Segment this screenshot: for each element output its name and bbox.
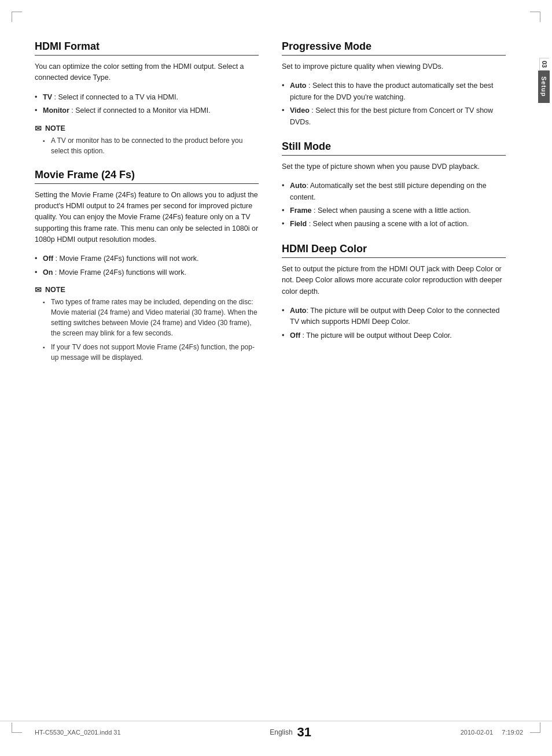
hdmi-format-intro: You can optimize the color setting from … (35, 61, 259, 84)
hdmi-deep-color-bullet-auto: Auto: The picture will be output with De… (282, 305, 506, 328)
progressive-mode-title: Progressive Mode (282, 40, 506, 56)
footer-datetime: 2010-02-01 7:19:02 (461, 729, 523, 736)
progressive-mode-bullets: Auto : Select this to have the product a… (282, 80, 506, 128)
still-mode-bullet-auto: Auto: Automatically set the best still p… (282, 180, 506, 203)
footer-page: English 31 (270, 725, 311, 740)
movie-frame-note: ✉ NOTE Two types of frame rates may be i… (35, 285, 259, 363)
hdmi-format-note-header: ✉ NOTE (35, 124, 259, 133)
hdmi-format-note-items: A TV or monitor has to be connected to t… (35, 135, 259, 156)
movie-frame-note-item-1: Two types of frame rates may be included… (43, 297, 259, 338)
section-progressive-mode: Progressive Mode Set to improve picture … (282, 40, 506, 128)
hdmi-deep-color-title: HDMI Deep Color (282, 243, 506, 258)
still-mode-bullet-frame: Frame : Select when pausing a scene with… (282, 205, 506, 216)
right-column: Progressive Mode Set to improve picture … (282, 40, 506, 375)
hdmi-format-note: ✉ NOTE A TV or monitor has to be connect… (35, 124, 259, 156)
left-column: HDMI Format You can optimize the color s… (35, 40, 259, 375)
section-hdmi-format: HDMI Format You can optimize the color s… (35, 40, 259, 156)
hdmi-format-note-item-1: A TV or monitor has to be connected to t… (43, 135, 259, 156)
movie-frame-note-label: NOTE (45, 286, 65, 294)
footer-date: 2010-02-01 (461, 729, 493, 736)
footer-language: English (270, 728, 292, 736)
hdmi-deep-color-bullets: Auto: The picture will be output with De… (282, 305, 506, 341)
progressive-mode-intro: Set to improve picture quality when view… (282, 61, 506, 72)
still-mode-intro: Set the type of picture shown when you p… (282, 161, 506, 172)
movie-frame-note-item-2: If your TV does not support Movie Frame … (43, 342, 259, 363)
hdmi-deep-color-bullet-off: Off : The picture will be output without… (282, 330, 506, 341)
progressive-mode-bullet-auto: Auto : Select this to have the product a… (282, 80, 506, 103)
content-area: HDMI Format You can optimize the color s… (35, 40, 523, 375)
still-mode-bullet-field: Field : Select when pausing a scene with… (282, 219, 506, 230)
footer-file: HT-C5530_XAC_0201.indd 31 (35, 729, 121, 736)
footer-page-number: 31 (297, 725, 311, 740)
section-movie-frame: Movie Frame (24 Fs) Setting the Movie Fr… (35, 169, 259, 363)
movie-frame-bullet-off: Off : Movie Frame (24Fs) functions will … (35, 253, 259, 264)
movie-frame-bullet-on: On : Movie Frame (24Fs) functions will w… (35, 267, 259, 278)
section-still-mode: Still Mode Set the type of picture shown… (282, 141, 506, 230)
movie-frame-note-header: ✉ NOTE (35, 285, 259, 294)
hdmi-format-note-label: NOTE (45, 124, 65, 132)
footer-time: 7:19:02 (502, 729, 523, 736)
still-mode-bullets: Auto: Automatically set the best still p… (282, 180, 506, 230)
movie-frame-intro: Setting the Movie Frame (24Fs) feature t… (35, 190, 259, 246)
hdmi-format-bullet-monitor: Monitor : Select if connected to a Monit… (35, 105, 259, 116)
movie-frame-note-items: Two types of frame rates may be included… (35, 297, 259, 363)
still-mode-title: Still Mode (282, 141, 506, 156)
note-icon: ✉ (35, 124, 42, 133)
footer: HT-C5530_XAC_0201.indd 31 English 31 201… (0, 721, 552, 740)
hdmi-format-title: HDMI Format (35, 40, 259, 56)
movie-frame-bullets: Off : Movie Frame (24Fs) functions will … (35, 253, 259, 278)
note-icon-2: ✉ (35, 285, 42, 294)
section-hdmi-deep-color: HDMI Deep Color Set to output the pictur… (282, 243, 506, 341)
hdmi-format-bullets: TV : Select if connected to a TV via HDM… (35, 92, 259, 117)
hdmi-deep-color-intro: Set to output the picture from the HDMI … (282, 264, 506, 297)
progressive-mode-bullet-video: Video : Select this for the best picture… (282, 105, 506, 128)
movie-frame-title: Movie Frame (24 Fs) (35, 169, 259, 184)
hdmi-format-bullet-tv: TV : Select if connected to a TV via HDM… (35, 92, 259, 103)
